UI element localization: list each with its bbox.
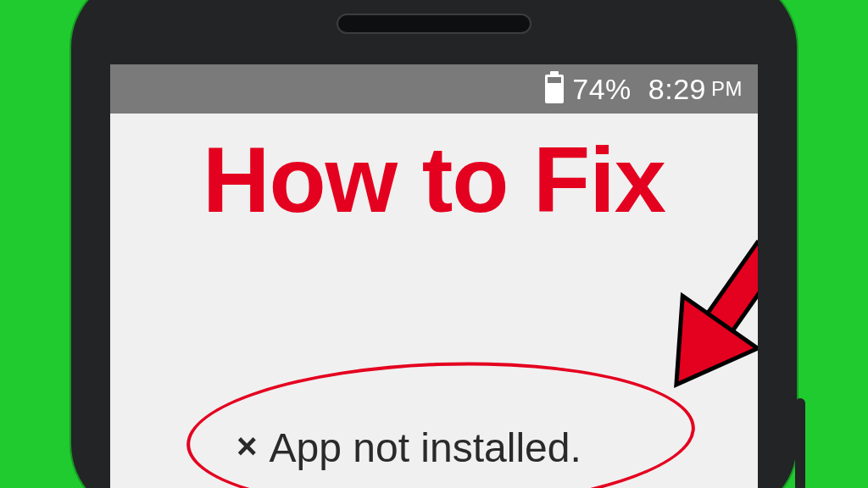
battery-percent: 74% — [572, 73, 632, 106]
headline-text: How to Fix — [0, 125, 868, 233]
svg-marker-1 — [639, 296, 758, 411]
svg-rect-0 — [704, 242, 758, 336]
phone-power-button[interactable] — [795, 398, 805, 488]
arrow-icon — [619, 217, 758, 412]
phone-frame: 74% 8:29 PM × App not installed. — [71, 0, 797, 488]
close-icon: × — [236, 429, 258, 464]
clock-time: 8:29 — [648, 73, 706, 106]
phone-speaker — [337, 14, 531, 34]
error-message: × App not installed. — [236, 424, 581, 471]
clock-ampm: PM — [711, 77, 743, 101]
error-text: App not installed. — [270, 424, 581, 471]
status-bar: 74% 8:29 PM — [110, 64, 758, 114]
battery-icon — [545, 75, 564, 103]
